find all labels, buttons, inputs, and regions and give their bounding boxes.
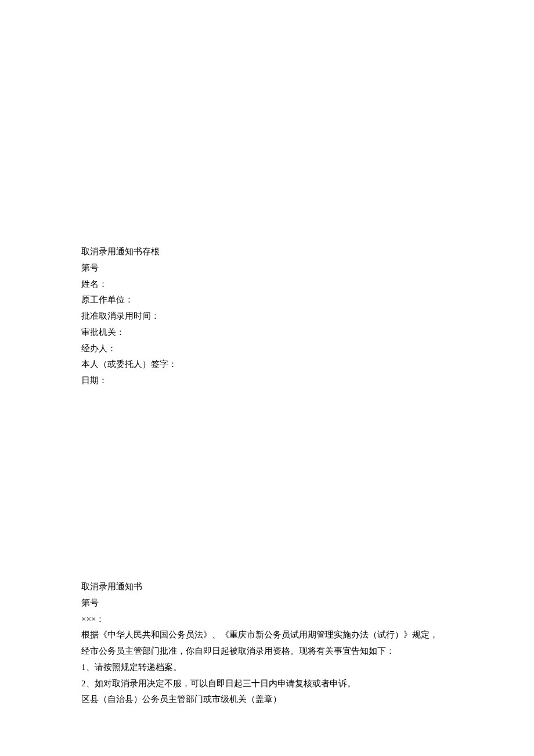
stub-handler-label: 经办人： (81, 341, 453, 357)
notice-body-line2: 经市公务员主管部门批准，你自即日起被取消录用资格。现将有关事宜告知如下： (81, 643, 464, 660)
stub-approved-cancel-time-label: 批准取消录用时间： (81, 308, 453, 325)
notice-item2: 2、如对取消录用决定不服，可以自即日起三十日内申请复核或者申诉。 (81, 676, 464, 692)
stub-name-label: 姓名： (81, 276, 453, 293)
stub-approval-authority-label: 审批机关： (81, 325, 453, 341)
stub-signature-label: 本人（或委托人）签字： (81, 357, 453, 373)
stub-title: 取消录用通知书存根 (81, 244, 453, 260)
stub-number: 第号 (81, 260, 453, 276)
notice-addressee: ×××： (81, 611, 464, 628)
notice-body-line1: 根据《中华人民共和国公务员法》、《重庆市新公务员试用期管理实施办法（试行）》规定… (81, 627, 464, 643)
notice-item1: 1、请按照规定转递档案。 (81, 660, 464, 676)
notice-section: 取消录用通知书 第号 ×××： 根据《中华人民共和国公务员法》、《重庆市新公务员… (81, 579, 464, 708)
notice-title: 取消录用通知书 (81, 579, 464, 595)
stub-date-label: 日期： (81, 373, 453, 389)
stub-original-unit-label: 原工作单位： (81, 292, 453, 308)
stub-section: 取消录用通知书存根 第号 姓名： 原工作单位： 批准取消录用时间： 审批机关： … (81, 244, 453, 389)
notice-number: 第号 (81, 595, 464, 611)
notice-footer: 区县（自治县）公务员主管部门或市级机关（盖章） (81, 692, 464, 708)
